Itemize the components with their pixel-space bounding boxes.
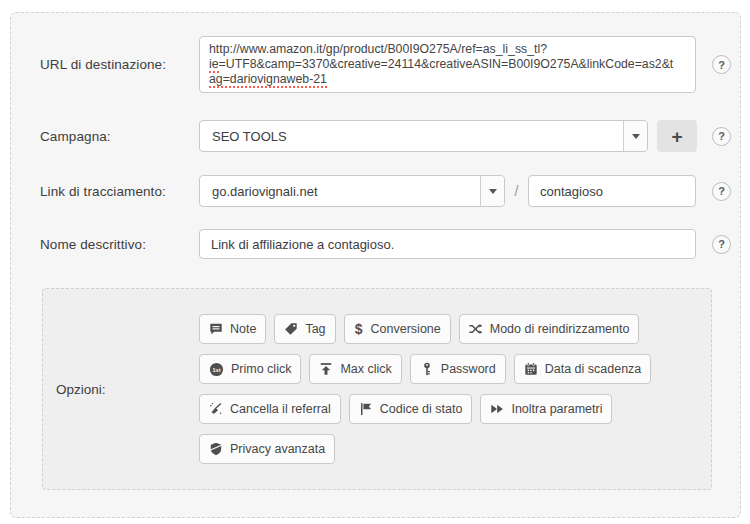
add-campaign-button[interactable]: + xyxy=(657,120,697,152)
options-section: Opzioni: Note Tag $ Conversione Modo di … xyxy=(42,288,712,490)
spellcheck-underline: ie xyxy=(209,57,219,73)
destination-url-textarea[interactable]: http://www.amazon.it/gp/product/B00I9O27… xyxy=(199,36,696,93)
svg-text:1st: 1st xyxy=(212,366,220,372)
arrow-top-icon xyxy=(319,362,333,376)
campaign-select[interactable]: SEO TOOLS xyxy=(199,120,648,152)
descriptive-name-row: Nome descrittivo: ? xyxy=(40,229,731,259)
first-click-button[interactable]: 1st Primo click xyxy=(199,354,301,384)
link-settings-card: URL di destinazione: http://www.amazon.i… xyxy=(10,12,741,518)
descriptive-name-label: Nome descrittivo: xyxy=(40,237,199,252)
tag-button[interactable]: Tag xyxy=(274,314,335,344)
expiration-date-button[interactable]: Data di scadenza xyxy=(514,354,652,384)
fast-forward-icon xyxy=(490,402,504,416)
url-line-1: http://www.amazon.it/gp/product/B00I9O27… xyxy=(209,42,686,57)
tag-icon xyxy=(284,322,298,336)
campaign-label: Campagna: xyxy=(40,129,199,144)
dollar-icon: $ xyxy=(354,321,364,337)
password-button[interactable]: Password xyxy=(410,354,506,384)
destination-url-label: URL di destinazione: xyxy=(40,57,199,72)
options-buttons: Note Tag $ Conversione Modo di reindiriz… xyxy=(199,314,651,464)
tracking-link-row: Link di tracciamento: go.dariovignali.ne… xyxy=(40,175,731,207)
note-icon xyxy=(209,322,223,336)
redirect-mode-button[interactable]: Modo di reindirizzamento xyxy=(459,314,640,344)
tracking-domain-value: go.dariovignali.net xyxy=(200,184,480,199)
help-icon[interactable]: ? xyxy=(712,235,731,254)
shield-icon xyxy=(209,442,223,456)
help-icon[interactable]: ? xyxy=(712,55,731,74)
shuffle-icon xyxy=(469,322,483,336)
tracking-link-label: Link di tracciamento: xyxy=(40,184,199,199)
url-line-2: ie=UTF8&camp=3370&creative=24114&creativ… xyxy=(209,57,686,72)
flag-icon xyxy=(359,402,373,416)
campaign-selected-value: SEO TOOLS xyxy=(200,129,623,144)
options-label: Opzioni: xyxy=(56,382,199,397)
chevron-down-icon xyxy=(480,176,504,206)
status-code-button[interactable]: Codice di stato xyxy=(349,394,473,424)
url-line-3: ag=dariovignaweb-21 xyxy=(209,72,686,87)
first-click-icon: 1st xyxy=(209,362,224,377)
clear-referral-button[interactable]: Cancella il referral xyxy=(199,394,341,424)
chevron-down-icon xyxy=(623,121,647,151)
path-separator: / xyxy=(505,183,528,199)
max-click-button[interactable]: Max click xyxy=(309,354,401,384)
help-icon[interactable]: ? xyxy=(712,182,731,201)
destination-url-row: URL di destinazione: http://www.amazon.i… xyxy=(40,36,731,93)
tracking-slug-input[interactable] xyxy=(528,175,696,207)
campaign-row: Campagna: SEO TOOLS + ? xyxy=(40,120,731,152)
conversion-button[interactable]: $ Conversione xyxy=(344,314,451,344)
key-icon xyxy=(420,362,434,376)
note-button[interactable]: Note xyxy=(199,314,266,344)
advanced-privacy-button[interactable]: Privacy avanzata xyxy=(199,434,335,464)
spellcheck-underline: ag=dariovignaweb-21 xyxy=(209,72,327,88)
tracking-domain-select[interactable]: go.dariovignali.net xyxy=(199,175,505,207)
forward-parameters-button[interactable]: Inoltra parametri xyxy=(480,394,612,424)
calendar-icon xyxy=(524,362,538,376)
descriptive-name-input[interactable] xyxy=(199,229,696,259)
broom-icon xyxy=(209,402,223,416)
help-icon[interactable]: ? xyxy=(712,127,731,146)
